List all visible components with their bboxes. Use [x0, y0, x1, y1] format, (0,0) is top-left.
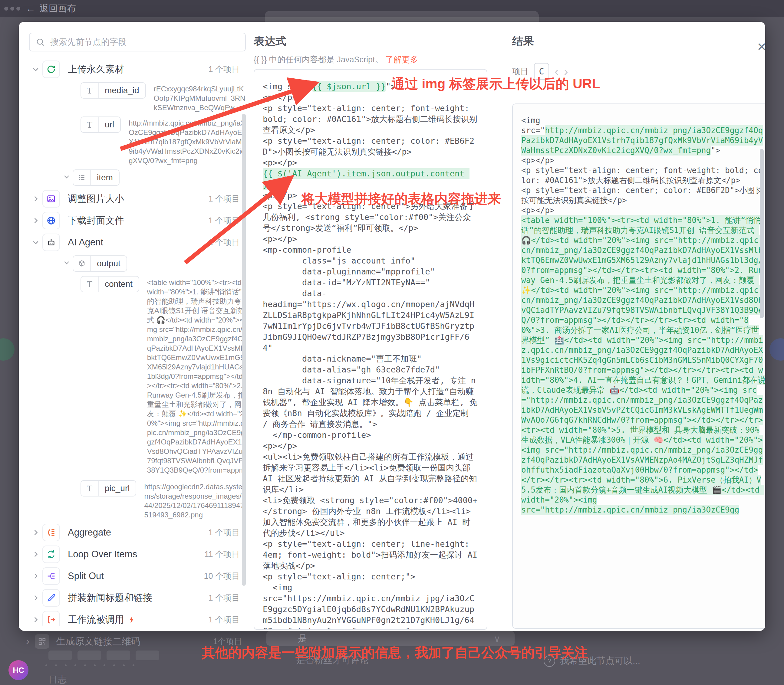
field-pill[interactable]: Turl: [81, 117, 121, 133]
pencil-blue-icon: [46, 593, 56, 603]
search-icon: [36, 37, 45, 47]
text-type-icon: T: [87, 85, 92, 96]
item-count: 11 个项目: [204, 549, 240, 560]
tree-node-row[interactable]: 拼装新闻标题和链接1 个项目: [29, 589, 246, 607]
result-scrollbar[interactable]: [760, 149, 764, 318]
annotation-note-1: 通过 img 标签展示上传以后的 URL: [391, 75, 600, 93]
tree-node-row[interactable]: Loop Over Items11 个项目: [29, 545, 246, 563]
node-label: 调整图片大小: [68, 192, 124, 205]
code-text: <img src=": [521, 116, 545, 135]
left-scrollbar[interactable]: [242, 114, 246, 586]
node-iconbox: [42, 60, 60, 78]
back-arrow-icon: ←: [26, 3, 36, 14]
tree-node-row[interactable]: 调整图片大小1 个项目: [29, 190, 246, 208]
node-iconbox: [42, 524, 60, 541]
item-count: 1 个项目: [208, 193, 240, 204]
qrcode-icon: [35, 634, 49, 649]
result-panel: 结果 ✕ 项目 C ‹ › <img src="http://mmbiz.qpi…: [512, 34, 765, 630]
expression-title: 表达式: [254, 34, 487, 49]
node-label: Loop Over Items: [68, 549, 137, 560]
node-label: Split Out: [68, 571, 104, 581]
node-label: 上传永久素材: [68, 63, 124, 76]
tree-field-row[interactable]: Turlhttp://mmbiz.qpic.cn/mmbiz_png/ia3Oz…: [29, 117, 246, 165]
tree-field-row[interactable]: Tmedia_idrECxxygqc984rkqSLyuujLtKOofp7KI…: [29, 82, 246, 112]
node-chevron[interactable]: [29, 239, 42, 246]
tree-field-row[interactable]: Tpic_urlhttps://googlecdn2.datas.systems…: [29, 480, 246, 519]
search-box[interactable]: [29, 32, 246, 52]
dim-canvas-node: [136, 651, 159, 660]
field-pill[interactable]: Tmedia_id: [81, 82, 146, 99]
comment-permission-select[interactable]: 是 ∨: [267, 631, 515, 646]
app-root: ← 返回画布 › 生成原文链接二维码 1个项目 是 ∨ 是否粉丝才可评论 ? 我…: [0, 0, 784, 685]
field-chevron[interactable]: [60, 259, 73, 266]
field-pill[interactable]: output: [73, 255, 127, 272]
loop-teal-icon: [46, 549, 56, 559]
tree-field-row[interactable]: item: [29, 169, 246, 186]
node-chevron[interactable]: [29, 195, 42, 203]
field-pill[interactable]: Tcontent: [81, 276, 139, 292]
chevron-down-icon: [63, 173, 70, 180]
node-label: 拼装新闻标题和链接: [68, 591, 152, 604]
chevron-down-icon: [63, 259, 70, 266]
field-name: url: [99, 120, 120, 130]
item-count: 1 个项目: [208, 64, 240, 75]
learn-more-link[interactable]: 了解更多: [385, 55, 418, 64]
expression-panel: 表达式 {{ }} 中的任何内容都是 JavaScript。 了解更多 <img…: [254, 34, 487, 630]
node-chevron[interactable]: [29, 616, 42, 623]
dim-canvas-node: [49, 651, 72, 660]
tree-node-row[interactable]: Split Out10 个项目: [29, 567, 246, 585]
chevron-down-icon: [32, 239, 40, 246]
chevron-right-icon: [32, 217, 40, 224]
node-chevron[interactable]: [29, 572, 42, 580]
text-type-icon: T: [87, 279, 92, 289]
n8n-logo-icon: [4, 6, 20, 11]
field-name: output: [91, 259, 127, 268]
node-chevron[interactable]: [29, 217, 42, 224]
node-chevron[interactable]: [29, 65, 42, 73]
code-text: "> <p></p> <p style="text-align: center;…: [263, 82, 477, 167]
dim-canvas-node: [78, 651, 101, 660]
call-coral-icon: [46, 615, 56, 625]
annotation-note-2: 将大模型拼接好的表格内容拖进来: [301, 190, 501, 208]
field-pill[interactable]: item: [73, 169, 120, 186]
expression-editor[interactable]: <img src="{{ $json.url }}"> <p></p> <p s…: [254, 69, 487, 630]
field-value: http://mmbiz.qpic.cn/mmbiz_png/ia3OzCE9g…: [128, 117, 246, 165]
node-iconbox: [42, 567, 60, 585]
canvas-node-green-icon: [0, 338, 15, 360]
node-chevron[interactable]: [29, 550, 42, 558]
highlighted-expression: <table width="100%"><tr><td width="80%">…: [521, 215, 765, 515]
back-label: 返回画布: [40, 2, 76, 15]
search-input[interactable]: [50, 37, 220, 47]
tree-node-row[interactable]: 下载封面文件1 个项目: [29, 212, 246, 229]
field-pill[interactable]: Tpic_url: [81, 480, 136, 497]
back-to-canvas-button[interactable]: ← 返回画布: [26, 2, 76, 15]
tree-field-row[interactable]: Tcontent<table width="100%"><tr><td widt…: [29, 276, 246, 476]
node-label: 工作流被调用: [68, 613, 124, 626]
result-title: 结果: [512, 34, 765, 49]
close-icon[interactable]: ✕: [755, 40, 765, 54]
tree-node-row[interactable]: AI Agent1 个项目: [29, 234, 246, 251]
node-chevron[interactable]: [29, 594, 42, 602]
tree-node-row[interactable]: 上传永久素材1 个项目: [29, 60, 246, 78]
highlighted-expression: {{ $json.url }}: [312, 81, 386, 92]
node-label: AI Agent: [68, 237, 103, 248]
node-iconbox: [42, 212, 60, 229]
code-text: "> <p></p> <p style="text-align: center;…: [521, 146, 763, 215]
node-iconbox: [42, 190, 60, 208]
tree-node-row[interactable]: 工作流被调用1 个项目: [29, 611, 246, 626]
logs-label: 日志: [49, 674, 67, 685]
image-purple-icon: [46, 194, 56, 204]
tree-field-row[interactable]: output: [29, 255, 246, 272]
node-field-tree: 上传永久素材1 个项目Tmedia_idrECxxygqc984rkqSLyuu…: [29, 60, 246, 626]
node-chevron[interactable]: [29, 529, 42, 536]
select-value: 是: [298, 632, 307, 645]
result-output: <img src="http://mmbiz.qpic.cn/mmbiz_png…: [512, 104, 765, 629]
item-count: 1 个项目: [208, 527, 240, 538]
avatar[interactable]: HC: [8, 660, 28, 680]
text-type-icon: T: [87, 483, 92, 493]
field-chevron[interactable]: [60, 173, 73, 180]
node-label: 生成原文链接二维码: [56, 635, 140, 648]
field-name: media_id: [99, 86, 145, 95]
tree-node-row[interactable]: Aggregate1 个项目: [29, 524, 246, 541]
split-violet-icon: [46, 571, 56, 581]
